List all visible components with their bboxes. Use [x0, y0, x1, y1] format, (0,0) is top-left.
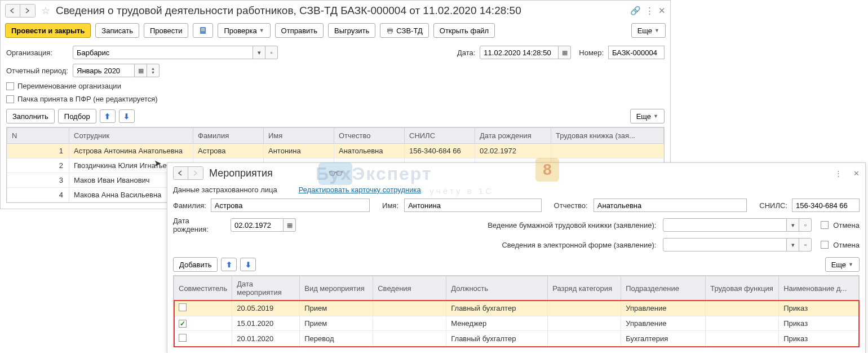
ecol-doc[interactable]: Наименование д...	[779, 276, 859, 301]
col-birth[interactable]: Дата рождения	[475, 128, 551, 144]
szvtd-button[interactable]: СЗВ-ТД	[380, 23, 428, 38]
comb-checkbox[interactable]	[179, 320, 187, 328]
ecol-job[interactable]: Должность	[446, 276, 548, 301]
dropdown-icon[interactable]: ▾	[787, 238, 799, 251]
col-mname[interactable]: Отчество	[334, 128, 405, 144]
comb-checkbox[interactable]	[179, 334, 187, 342]
date-input[interactable]	[480, 46, 559, 59]
arrow-left-icon	[178, 170, 184, 176]
arrow-up-icon: ⬆	[226, 261, 232, 269]
cell-lname: Астрова	[193, 144, 264, 158]
cell-mname: Анатольевна	[334, 144, 405, 158]
sub-back-button[interactable]	[174, 167, 188, 179]
sub-snils-input[interactable]	[792, 198, 860, 212]
arrow-down-icon: ⬇	[245, 261, 251, 269]
cell-func	[706, 301, 779, 316]
sub-fname-input[interactable]	[404, 198, 541, 212]
org-input[interactable]	[73, 46, 253, 59]
paper-wb-input[interactable]	[663, 218, 787, 232]
add-button[interactable]: Добавить	[173, 257, 218, 272]
svg-rect-2	[201, 29, 205, 30]
move-up-button[interactable]: ⬆	[100, 109, 116, 123]
fill-button[interactable]: Заполнить	[6, 109, 55, 123]
table-more-button[interactable]: Еще▼	[630, 109, 665, 123]
save-button[interactable]: Записать	[95, 23, 139, 38]
ecol-kind[interactable]: Вид мероприятия	[300, 276, 373, 301]
forward-button[interactable]	[20, 5, 35, 17]
open-icon[interactable]: ▫	[799, 218, 812, 232]
table-row[interactable]: 20.01.2020 Перевод Главный бухгалтер Бух…	[174, 331, 859, 347]
sub-mname-input[interactable]	[594, 198, 747, 212]
pick-button[interactable]: Подбор	[58, 109, 96, 123]
svg-rect-1	[201, 28, 205, 29]
events-more-label: Еще	[831, 261, 846, 269]
calendar-icon[interactable]: ▦	[135, 64, 147, 77]
events-move-down[interactable]: ⬇	[240, 258, 256, 271]
table-row[interactable]: 20.05.2019 Прием Главный бухгалтер Управ…	[174, 301, 859, 316]
open-icon[interactable]: ▫	[799, 238, 812, 251]
open-icon[interactable]: ▫	[265, 46, 278, 59]
back-button[interactable]	[6, 5, 20, 17]
period-input[interactable]	[73, 64, 135, 77]
favorite-icon[interactable]: ☆	[39, 5, 52, 17]
electronic-cancel-checkbox[interactable]	[821, 241, 829, 249]
cell-func	[706, 316, 779, 331]
accepted-pfr-checkbox[interactable]	[6, 95, 14, 103]
sub-close-icon[interactable]: ✕	[853, 169, 860, 178]
events-move-up[interactable]: ⬆	[221, 258, 237, 271]
cell-comb[interactable]	[174, 301, 232, 316]
electronic-input[interactable]	[663, 238, 787, 251]
edit-card-link[interactable]: Редактировать карточку сотрудника	[299, 186, 421, 194]
report-icon-button[interactable]	[193, 23, 213, 38]
number-input[interactable]	[608, 46, 665, 59]
col-wb[interactable]: Трудовая книжка (зая...	[551, 128, 664, 144]
check-button[interactable]: Проверка▼	[218, 23, 270, 38]
calendar-icon[interactable]: ▦	[284, 218, 296, 232]
open-file-button[interactable]: Открыть файл	[433, 23, 495, 38]
col-snils[interactable]: СНИЛС	[405, 128, 475, 144]
ecol-date[interactable]: Дата мероприятия	[232, 276, 300, 301]
send-button[interactable]: Отправить	[275, 23, 324, 38]
sub-kebab-icon[interactable]: ⋮	[835, 169, 842, 178]
ecol-cat[interactable]: Разряд категория	[548, 276, 621, 301]
post-close-button[interactable]: Провести и закрыть	[5, 23, 91, 38]
ecol-func[interactable]: Трудовая функция	[706, 276, 779, 301]
more-button[interactable]: Еще▼	[631, 23, 666, 38]
dropdown-icon[interactable]: ▾	[787, 218, 799, 232]
ecol-dept[interactable]: Подразделение	[621, 276, 706, 301]
dropdown-icon[interactable]: ▾	[253, 46, 265, 59]
events-more-button[interactable]: Еще▼	[825, 257, 860, 272]
sub-forward-button[interactable]	[188, 167, 203, 179]
org-label: Организация:	[6, 48, 68, 57]
cell-doc: Приказ	[779, 331, 859, 347]
col-n[interactable]: N	[7, 128, 69, 144]
table-row[interactable]: 1 Астрова Антонина Анатольевна Астрова А…	[7, 144, 664, 158]
close-icon[interactable]: ✕	[658, 6, 666, 16]
sub-birth-input[interactable]	[231, 218, 284, 232]
paper-wb-cancel-checkbox[interactable]	[821, 221, 829, 229]
calendar-icon[interactable]: ▦	[559, 46, 571, 59]
kebab-icon[interactable]: ⋮	[645, 6, 654, 16]
arrow-up-icon: ⬆	[104, 112, 110, 121]
cell-cat	[548, 301, 621, 316]
ecol-comb[interactable]: Совместитель	[174, 276, 232, 301]
move-down-button[interactable]: ⬇	[119, 109, 135, 123]
link-icon[interactable]: 🔗	[630, 6, 641, 16]
rename-org-checkbox[interactable]	[6, 82, 14, 90]
arrow-left-icon	[10, 8, 16, 14]
cell-func	[706, 331, 779, 347]
chevron-down-icon: ▼	[259, 28, 264, 33]
nav-group	[5, 4, 36, 17]
post-button[interactable]: Провести	[144, 23, 189, 38]
cell-comb[interactable]	[174, 331, 232, 347]
cell-comb[interactable]	[174, 316, 232, 331]
comb-checkbox[interactable]	[179, 303, 187, 311]
sub-lname-input[interactable]	[211, 198, 370, 212]
ecol-info[interactable]: Сведения	[373, 276, 446, 301]
col-emp[interactable]: Сотрудник	[69, 128, 193, 144]
col-lname[interactable]: Фамилия	[193, 128, 264, 144]
unload-button[interactable]: Выгрузить	[328, 23, 375, 38]
spinner-icon[interactable]: ▲▼	[147, 64, 160, 77]
col-fname[interactable]: Имя	[264, 128, 334, 144]
table-row[interactable]: 15.01.2020 Прием Менеджер Управление При…	[174, 316, 859, 331]
